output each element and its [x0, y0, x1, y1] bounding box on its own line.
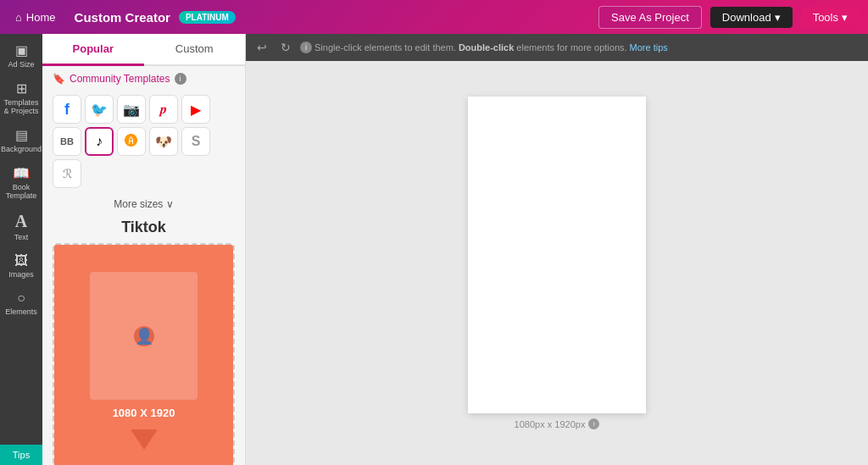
- sidebar-item-elements[interactable]: ○ Elements: [0, 285, 42, 321]
- sidebar-item-tips[interactable]: Tips: [0, 445, 42, 465]
- twitter-icon[interactable]: 🐦: [85, 95, 114, 124]
- platinum-badge: PLATINUM: [179, 11, 236, 24]
- elements-icon: ○: [17, 291, 25, 306]
- canvas-wrapper: 1080px x 1920px i: [468, 97, 646, 429]
- r-icon[interactable]: ℛ: [53, 159, 81, 188]
- triangle-icon: [131, 429, 158, 450]
- size-card-preview: 👤 1080 X 1920: [54, 245, 233, 465]
- sidebar-item-text[interactable]: A Text: [0, 207, 42, 246]
- more-sizes-button[interactable]: More sizes ∨: [42, 195, 245, 213]
- download-button[interactable]: Download ▾: [710, 7, 793, 28]
- platform-icons-grid: f 🐦 📷 𝒑 ▶ BB ♪ 🅐 🐶 S ℛ: [42, 91, 245, 195]
- sidebar-label-templates: Templates & Projects: [3, 98, 39, 115]
- youtube-icon[interactable]: ▶: [181, 95, 210, 124]
- home-icon: ⌂: [15, 11, 22, 24]
- app-title: Custom Creator: [75, 10, 170, 25]
- sidebar-label-text: Text: [14, 233, 29, 241]
- tiktok-icon-selected[interactable]: ♪: [85, 127, 114, 156]
- sidebar-label-ad-size: Ad Size: [8, 60, 34, 69]
- dog-icon[interactable]: 🐶: [149, 127, 178, 156]
- community-templates-link[interactable]: 🔖 Community Templates i: [42, 66, 245, 91]
- size-card-inner-box: 👤: [90, 272, 198, 400]
- bookmark-icon: 🔖: [53, 73, 65, 85]
- amazon-icon[interactable]: 🅐: [117, 127, 146, 156]
- main-layout: ▣ Ad Size ⊞ Templates & Projects ▤ Backg…: [0, 34, 868, 465]
- book-template-icon: 📖: [13, 165, 30, 181]
- redo-button[interactable]: ↻: [276, 39, 295, 56]
- sidebar-item-book-template[interactable]: 📖 Book Template: [0, 160, 42, 205]
- person-icon: 👤: [134, 326, 154, 346]
- platform-label: Tiktok: [42, 213, 245, 240]
- sidebar-item-ad-size[interactable]: ▣ Ad Size: [0, 37, 42, 74]
- templates-icon: ⊞: [16, 80, 27, 97]
- sidebar: ▣ Ad Size ⊞ Templates & Projects ▤ Backg…: [0, 34, 42, 465]
- chevron-down-icon: ▾: [775, 11, 781, 24]
- sidebar-item-background[interactable]: ▤ Background: [0, 122, 42, 158]
- size-card-label: 1080 X 1920: [113, 407, 175, 419]
- home-label: Home: [26, 11, 56, 24]
- sidebar-label-book-template: Book Template: [3, 183, 39, 200]
- instagram-icon[interactable]: 📷: [117, 95, 146, 124]
- top-navbar: ⌂ Home Custom Creator PLATINUM Save As P…: [0, 0, 868, 34]
- more-tips-link[interactable]: More tips: [630, 42, 668, 53]
- sidebar-label-images: Images: [8, 270, 34, 279]
- background-icon: ▤: [15, 127, 28, 143]
- canvas-dimensions-text: 1080px x 1920px: [515, 419, 586, 429]
- bold-info2: elements for more options.: [516, 42, 626, 53]
- canvas[interactable]: [468, 97, 646, 413]
- panel-tabs: Popular Custom: [42, 34, 245, 66]
- sidebar-item-images[interactable]: 🖼 Images: [0, 248, 42, 284]
- toolbar-info: i Single-click elements to edit them. Do…: [300, 42, 668, 53]
- sidebar-item-templates[interactable]: ⊞ Templates & Projects: [0, 75, 42, 120]
- text-icon: A: [15, 212, 27, 231]
- size-card-tiktok[interactable]: 👤 1080 X 1920: [53, 243, 235, 465]
- tools-button[interactable]: Tools ▾: [801, 7, 860, 28]
- info-icon-small: i: [300, 42, 312, 53]
- tools-label: Tools: [813, 11, 838, 24]
- download-label: Download: [722, 11, 771, 24]
- canvas-info-icon[interactable]: i: [588, 418, 599, 429]
- sidebar-label-background: Background: [1, 145, 42, 153]
- tab-custom[interactable]: Custom: [144, 34, 246, 66]
- canvas-dimensions: 1080px x 1920px i: [515, 418, 600, 429]
- info-text: Single-click elements to edit them.: [314, 42, 456, 53]
- chevron-down-icon: ∨: [166, 198, 174, 210]
- chevron-down-icon: ▾: [842, 11, 848, 24]
- facebook-icon[interactable]: f: [53, 95, 81, 124]
- tab-popular[interactable]: Popular: [42, 34, 144, 66]
- s-icon[interactable]: S: [181, 127, 210, 156]
- size-card-content: 👤 1080 X 1920: [54, 245, 233, 465]
- images-icon: 🖼: [14, 253, 28, 268]
- pinterest-icon[interactable]: 𝒑: [149, 95, 178, 124]
- home-button[interactable]: ⌂ Home: [8, 8, 63, 27]
- ad-size-icon: ▣: [15, 42, 28, 58]
- toolbar-strip: ↩ ↻ i Single-click elements to edit them…: [246, 34, 868, 61]
- canvas-area: 1080px x 1920px i: [246, 61, 868, 465]
- bold-info: Double-click: [459, 42, 514, 53]
- bb-icon[interactable]: BB: [53, 127, 81, 156]
- save-as-project-button[interactable]: Save As Project: [598, 6, 702, 29]
- middle-panel: Popular Custom 🔖 Community Templates i f…: [42, 34, 246, 465]
- sidebar-label-elements: Elements: [5, 307, 37, 316]
- community-templates-label: Community Templates: [70, 73, 170, 85]
- size-cards-list: 👤 1080 X 1920: [42, 240, 245, 465]
- undo-button[interactable]: ↩: [253, 39, 271, 56]
- info-icon: i: [175, 73, 186, 85]
